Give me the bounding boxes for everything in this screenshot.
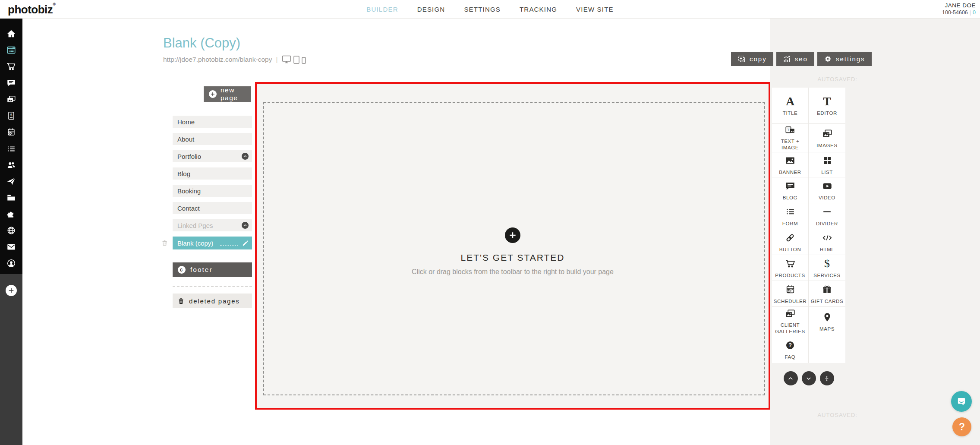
- palette-block-banner[interactable]: BANNER: [772, 152, 809, 177]
- svg-text:$: $: [10, 113, 13, 117]
- settings-button[interactable]: settings: [817, 52, 872, 66]
- palette-block-title[interactable]: A TITLE: [772, 88, 809, 124]
- page-item-linked-pages[interactable]: Linked Pges: [173, 219, 252, 231]
- folder-icon[interactable]: [6, 193, 16, 202]
- page-list: Home About Portfolio Blog Booking Contac…: [173, 116, 252, 255]
- palette-block-images[interactable]: IMAGES: [809, 124, 845, 152]
- desktop-icon[interactable]: [282, 55, 291, 64]
- scheduler-icon: [785, 283, 796, 296]
- plus-icon[interactable]: [6, 285, 17, 296]
- palette-block-scheduler[interactable]: SCHEDULER: [772, 281, 809, 307]
- collapse-icon[interactable]: [820, 371, 834, 385]
- nav-design[interactable]: DESIGN: [417, 6, 445, 13]
- svg-text:T: T: [787, 128, 790, 132]
- left-rail-icons: $: [0, 18, 22, 274]
- footer-button[interactable]: c footer: [173, 262, 252, 277]
- collapse-chevron-icon[interactable]: [242, 222, 249, 229]
- services-dollar-icon: $: [824, 257, 830, 270]
- palette-block-list[interactable]: LIST: [809, 152, 845, 177]
- pages-divider: [173, 286, 252, 287]
- palette-controls: [772, 371, 845, 385]
- copy-button[interactable]: copy: [731, 52, 773, 66]
- page-item-blank-copy-selected[interactable]: Blank (copy): [173, 237, 252, 249]
- site-builder-icon[interactable]: [6, 45, 16, 55]
- send-icon[interactable]: [6, 177, 16, 186]
- page-canvas[interactable]: LET'S GET STARTED Click or drag blocks f…: [255, 82, 770, 410]
- palette-block-maps[interactable]: MAPS: [809, 307, 845, 336]
- page-item-about[interactable]: About: [173, 133, 252, 145]
- palette-block-form[interactable]: FORM: [772, 203, 809, 229]
- seo-button[interactable]: seo: [776, 52, 814, 66]
- chevron-down-icon[interactable]: [802, 371, 816, 385]
- account-icon[interactable]: [6, 259, 16, 268]
- chat-bubble-icon[interactable]: [951, 391, 972, 412]
- text-image-icon: T: [785, 125, 796, 136]
- collapse-chevron-icon[interactable]: [242, 153, 249, 160]
- form-icon: [785, 205, 796, 218]
- images-stack-icon: [822, 127, 833, 140]
- globe-icon[interactable]: [6, 226, 16, 235]
- editor-icon: T: [823, 95, 831, 108]
- pencil-icon[interactable]: [242, 240, 249, 246]
- page-item-home[interactable]: Home: [173, 116, 252, 128]
- palette-block-gift-cards[interactable]: GIFT CARDS: [809, 281, 845, 307]
- home-icon[interactable]: [6, 29, 16, 38]
- page-item-blog[interactable]: Blog: [173, 167, 252, 180]
- palette-empty-cell: [809, 336, 845, 363]
- page-item-portfolio[interactable]: Portfolio: [173, 150, 252, 162]
- palette-block-video[interactable]: VIDEO: [809, 177, 845, 203]
- page-title: Blank (Copy): [163, 35, 240, 51]
- title-icon: A: [786, 95, 794, 108]
- messages-icon[interactable]: [6, 78, 16, 88]
- notification-count[interactable]: 0: [973, 9, 976, 16]
- palette-block-button[interactable]: BUTTON: [772, 229, 809, 255]
- palette-block-html[interactable]: HTML: [809, 229, 845, 255]
- palette-block-text-image[interactable]: T TEXT + IMAGE: [772, 124, 809, 152]
- blog-icon: [785, 180, 796, 193]
- divider-icon: [822, 205, 832, 218]
- palette-block-products[interactable]: PRODUCTS: [772, 255, 809, 281]
- page-item-contact[interactable]: Contact: [173, 202, 252, 214]
- palette-block-client-galleries[interactable]: CLIENT GALLERIES: [772, 307, 809, 336]
- nav-view-site[interactable]: VIEW SITE: [576, 6, 614, 13]
- invoice-icon[interactable]: $: [6, 111, 16, 120]
- autosaved-status-bottom: AUTOSAVED:: [817, 412, 857, 418]
- faq-icon: ?: [785, 339, 795, 352]
- copyright-icon: c: [178, 266, 186, 274]
- account-info[interactable]: JANE DOE 100-54606|0: [942, 2, 976, 16]
- page-url[interactable]: http://jdoe7.photobiz.com/blank-copy: [163, 56, 272, 63]
- chevron-up-icon[interactable]: [784, 371, 798, 385]
- deleted-pages-button[interactable]: deleted pages: [173, 294, 252, 308]
- clients-icon[interactable]: [6, 160, 16, 170]
- add-block-plus-icon[interactable]: [505, 227, 520, 243]
- nav-builder[interactable]: BUILDER: [366, 6, 398, 13]
- page-item-booking[interactable]: Booking: [173, 185, 252, 197]
- nav-tracking[interactable]: TRACKING: [520, 6, 557, 13]
- palette-block-services[interactable]: $ SERVICES: [809, 255, 845, 281]
- client-galleries-icon: [785, 308, 796, 320]
- images-icon[interactable]: [6, 95, 16, 104]
- trash-icon[interactable]: [161, 239, 168, 246]
- integrations-icon[interactable]: [6, 209, 16, 219]
- copy-icon: [737, 55, 746, 63]
- photobiz-logo[interactable]: photobiz®: [8, 2, 55, 16]
- palette-block-faq[interactable]: ? FAQ: [772, 336, 809, 363]
- autosaved-status-top: AUTOSAVED:: [817, 76, 857, 82]
- palette-block-editor[interactable]: T EDITOR: [809, 88, 845, 124]
- mail-icon[interactable]: [6, 242, 16, 252]
- tablet-icon[interactable]: [293, 56, 299, 64]
- list-icon[interactable]: [6, 144, 16, 153]
- question-icon[interactable]: ?: [952, 417, 971, 436]
- new-page-button[interactable]: new page: [204, 86, 251, 102]
- phone-icon[interactable]: [302, 57, 306, 64]
- top-bar: photobiz® BUILDER DESIGN SETTINGS TRACKI…: [0, 0, 980, 19]
- page-actions: copy seo settings: [731, 52, 872, 66]
- trash-icon: [177, 297, 185, 305]
- button-link-icon: [785, 231, 796, 244]
- palette-block-blog[interactable]: BLOG: [772, 177, 809, 203]
- palette-block-divider[interactable]: DIVIDER: [809, 203, 845, 229]
- scheduler-icon[interactable]: [6, 127, 16, 137]
- cart-icon[interactable]: [6, 62, 16, 71]
- nav-settings[interactable]: SETTINGS: [464, 6, 501, 13]
- empty-state-title: LET'S GET STARTED: [257, 252, 769, 263]
